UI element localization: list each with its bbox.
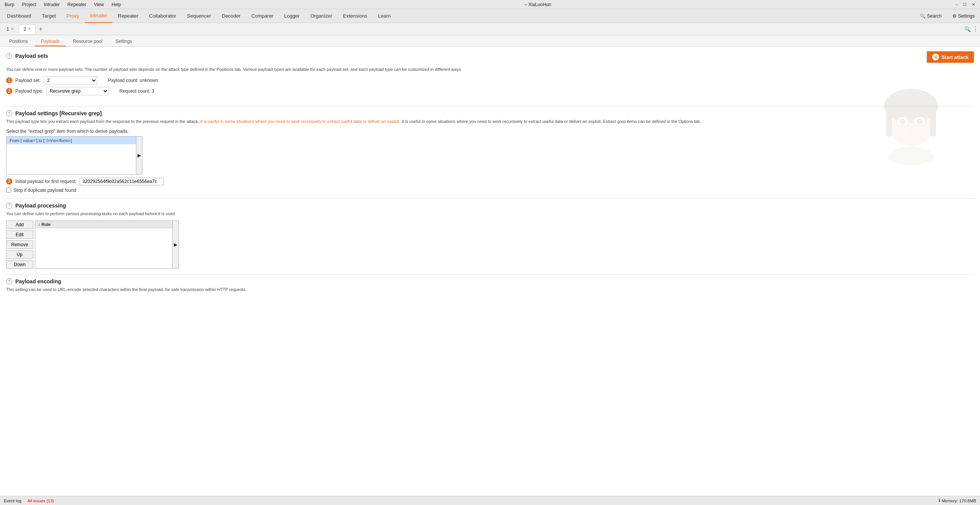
rule-table-header: ↕ Rule bbox=[35, 221, 172, 228]
tab-1-label: 1 bbox=[7, 26, 9, 32]
svg-point-13 bbox=[888, 153, 907, 162]
payload-processing-title: Payload processing bbox=[15, 203, 66, 209]
sub-tab-payloads[interactable]: Payloads bbox=[35, 37, 66, 46]
menu-view[interactable]: View bbox=[92, 1, 105, 8]
window-title: – XiaLuoHun bbox=[525, 2, 551, 7]
nav-proxy[interactable]: Proxy bbox=[61, 9, 85, 23]
tab-search-icon[interactable]: 🔍 bbox=[964, 26, 971, 32]
payload-encoding-section: ? Payload encoding This setting can be u… bbox=[6, 274, 974, 293]
payload-count-label: Payload count: unknown bbox=[108, 78, 158, 83]
tab-1[interactable]: 1 ✕ bbox=[2, 25, 19, 34]
nav-repeater[interactable]: Repeater bbox=[113, 9, 144, 23]
window-controls: – ☐ ✕ bbox=[953, 1, 977, 8]
payload-sets-description: You can define one or more payload sets.… bbox=[6, 67, 974, 72]
payload-settings-section: ? Payload settings [Recursive grep] This… bbox=[6, 106, 974, 193]
tab-2-label: 2 bbox=[24, 26, 26, 32]
search-icon: 🔍 bbox=[920, 13, 926, 19]
maximize-button[interactable]: ☐ bbox=[962, 1, 969, 8]
main-content: ? Payload sets 4 Start attack You can de… bbox=[0, 47, 980, 496]
nav-right: 🔍 Search ⚙ Settings bbox=[916, 12, 978, 20]
payload-encoding-header: ? Payload encoding bbox=[6, 278, 974, 284]
tab-1-close[interactable]: ✕ bbox=[11, 27, 14, 31]
grep-expand-button[interactable]: ▶ bbox=[136, 136, 142, 175]
payload-settings-help-icon[interactable]: ? bbox=[6, 110, 12, 116]
payload-sets-title: Payload sets bbox=[15, 53, 48, 59]
payload-sets-header: ? Payload sets bbox=[6, 53, 48, 59]
start-attack-button[interactable]: 4 Start attack bbox=[927, 51, 974, 63]
nav-extensions[interactable]: Extensions bbox=[338, 9, 373, 23]
processing-buttons: Add Edit Remove Up Down bbox=[6, 221, 33, 269]
svg-point-7 bbox=[916, 119, 923, 125]
nav-intruder[interactable]: Intruder bbox=[85, 9, 113, 23]
grep-list-item[interactable]: From [ value='] to [' />\r\n</form>] bbox=[7, 137, 136, 144]
sub-tab-settings[interactable]: Settings bbox=[109, 37, 138, 46]
edit-rule-button[interactable]: Edit bbox=[6, 230, 33, 239]
nav-collaborator[interactable]: Collaborator bbox=[144, 9, 182, 23]
menu-burp[interactable]: Burp bbox=[3, 1, 16, 8]
down-rule-button[interactable]: Down bbox=[6, 260, 33, 269]
menu-repeater[interactable]: Repeater bbox=[66, 1, 88, 8]
nav-learn[interactable]: Learn bbox=[373, 9, 396, 23]
payload-set-label: Payload set: bbox=[15, 78, 41, 83]
menu-project[interactable]: Project bbox=[20, 1, 38, 8]
content-header: ? Payload sets 4 Start attack bbox=[6, 51, 974, 63]
initial-payload-input[interactable] bbox=[80, 178, 164, 185]
svg-rect-3 bbox=[930, 106, 936, 137]
settings-button[interactable]: ⚙ Settings bbox=[949, 12, 978, 20]
grep-list-container: From [ value='] to [' />\r\n</form>] ▶ bbox=[6, 136, 974, 175]
remove-rule-button[interactable]: Remove bbox=[6, 240, 33, 249]
nav-sequencer[interactable]: Sequencer bbox=[182, 9, 216, 23]
payload-sets-help-icon[interactable]: ? bbox=[6, 53, 12, 59]
payload-processing-description: You can define rules to perform various … bbox=[6, 211, 974, 217]
nav-organizer[interactable]: Organizer bbox=[305, 9, 337, 23]
nav-decoder[interactable]: Decoder bbox=[216, 9, 246, 23]
tab-menu-icon[interactable]: ⋮ bbox=[972, 25, 978, 33]
attack-badge: 4 bbox=[932, 54, 939, 60]
payload-settings-desc2: It is useful in some situations where yo… bbox=[402, 119, 701, 124]
payload-encoding-title: Payload encoding bbox=[15, 278, 61, 284]
rule-expand-button[interactable]: ▶ bbox=[173, 221, 179, 269]
grep-list[interactable]: From [ value='] to [' />\r\n</form>] bbox=[6, 136, 136, 175]
search-button[interactable]: 🔍 Search bbox=[916, 12, 946, 20]
payload-set-select[interactable]: 1 2 3 bbox=[44, 76, 97, 85]
payload-processing-help-icon[interactable]: ? bbox=[6, 203, 12, 209]
menu-help[interactable]: Help bbox=[110, 1, 123, 8]
initial-payload-label: Initial payload for first request: bbox=[15, 179, 77, 184]
stop-duplicate-row: Stop if duplicate payload found bbox=[6, 188, 974, 193]
rule-table: ↕ Rule bbox=[35, 221, 173, 269]
close-button[interactable]: ✕ bbox=[970, 1, 977, 8]
payload-encoding-help-icon[interactable]: ? bbox=[6, 278, 12, 284]
payload-encoding-description: This setting can be used to URL-encode s… bbox=[6, 287, 974, 293]
svg-point-11 bbox=[909, 128, 913, 130]
tab-add-button[interactable]: + bbox=[36, 24, 45, 34]
search-label: Search bbox=[927, 13, 942, 19]
payload-settings-title: Payload settings [Recursive grep] bbox=[15, 110, 102, 116]
settings-label: Settings bbox=[958, 13, 975, 19]
title-bar: Burp Project Intruder Repeater View Help… bbox=[0, 0, 980, 9]
tab-bar: 1 ✕ 2 ✕ + 🔍 ⋮ bbox=[0, 23, 980, 35]
add-rule-button[interactable]: Add bbox=[6, 221, 33, 229]
badge-2: 2 bbox=[6, 88, 12, 94]
tab-2-close[interactable]: ✕ bbox=[28, 27, 31, 31]
svg-rect-2 bbox=[886, 106, 892, 137]
svg-point-6 bbox=[900, 119, 906, 125]
up-rule-button[interactable]: Up bbox=[6, 250, 33, 259]
nav-dashboard[interactable]: Dashboard bbox=[2, 9, 37, 23]
menu-intruder[interactable]: Intruder bbox=[43, 1, 61, 8]
payload-settings-description: This payload type lets you extract each … bbox=[6, 119, 974, 124]
payload-processing-header: ? Payload processing bbox=[6, 203, 974, 209]
payload-processing-section: ? Payload processing You can define rule… bbox=[6, 198, 974, 269]
request-count-value: 3 bbox=[152, 88, 154, 94]
sub-tab-positions[interactable]: Positions bbox=[3, 37, 34, 46]
payload-type-select[interactable]: Simple list Runtime file Custom iterator… bbox=[46, 87, 109, 95]
minimize-button[interactable]: – bbox=[953, 1, 960, 8]
badge-3: 3 bbox=[6, 178, 12, 185]
tab-2[interactable]: 2 ✕ bbox=[19, 25, 36, 34]
sub-tab-resource-pool[interactable]: Resource pool bbox=[67, 37, 108, 46]
processing-layout: Add Edit Remove Up Down ↕ Rule ▶ bbox=[6, 221, 974, 269]
nav-logger[interactable]: Logger bbox=[279, 9, 305, 23]
watermark-image bbox=[873, 85, 949, 170]
nav-comparer[interactable]: Comparer bbox=[246, 9, 279, 23]
stop-duplicate-checkbox[interactable] bbox=[6, 188, 11, 193]
nav-target[interactable]: Target bbox=[37, 9, 61, 23]
